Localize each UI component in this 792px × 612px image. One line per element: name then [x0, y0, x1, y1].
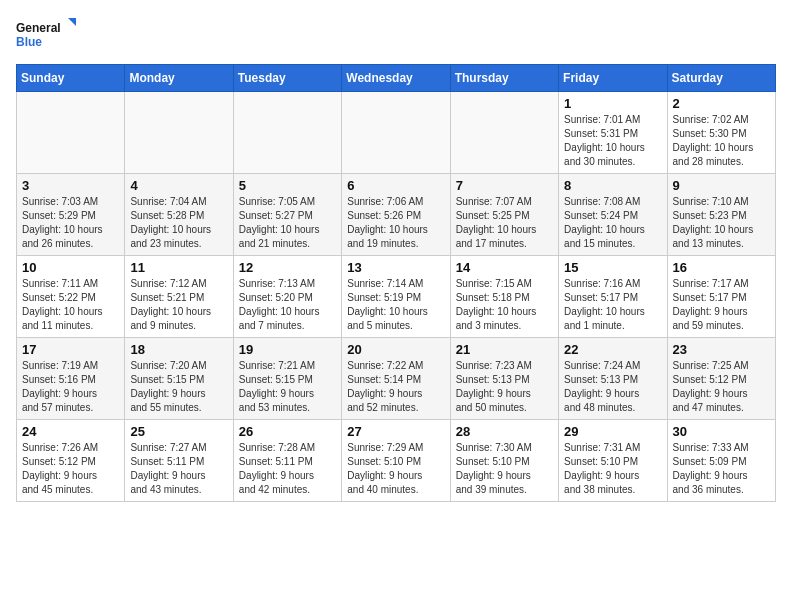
day-info: Sunrise: 7:14 AM Sunset: 5:19 PM Dayligh…: [347, 277, 444, 333]
day-info: Sunrise: 7:05 AM Sunset: 5:27 PM Dayligh…: [239, 195, 336, 251]
day-number: 10: [22, 260, 119, 275]
day-info: Sunrise: 7:23 AM Sunset: 5:13 PM Dayligh…: [456, 359, 553, 415]
day-info: Sunrise: 7:11 AM Sunset: 5:22 PM Dayligh…: [22, 277, 119, 333]
calendar-cell: 30Sunrise: 7:33 AM Sunset: 5:09 PM Dayli…: [667, 420, 775, 502]
day-info: Sunrise: 7:33 AM Sunset: 5:09 PM Dayligh…: [673, 441, 770, 497]
calendar-day-header: Saturday: [667, 65, 775, 92]
day-number: 20: [347, 342, 444, 357]
day-info: Sunrise: 7:16 AM Sunset: 5:17 PM Dayligh…: [564, 277, 661, 333]
calendar-cell: 8Sunrise: 7:08 AM Sunset: 5:24 PM Daylig…: [559, 174, 667, 256]
day-info: Sunrise: 7:13 AM Sunset: 5:20 PM Dayligh…: [239, 277, 336, 333]
logo-svg: General Blue: [16, 16, 76, 56]
day-number: 28: [456, 424, 553, 439]
day-number: 17: [22, 342, 119, 357]
calendar-cell: 28Sunrise: 7:30 AM Sunset: 5:10 PM Dayli…: [450, 420, 558, 502]
calendar-week-row: 1Sunrise: 7:01 AM Sunset: 5:31 PM Daylig…: [17, 92, 776, 174]
day-number: 21: [456, 342, 553, 357]
day-info: Sunrise: 7:31 AM Sunset: 5:10 PM Dayligh…: [564, 441, 661, 497]
calendar-cell: [125, 92, 233, 174]
day-info: Sunrise: 7:07 AM Sunset: 5:25 PM Dayligh…: [456, 195, 553, 251]
day-info: Sunrise: 7:06 AM Sunset: 5:26 PM Dayligh…: [347, 195, 444, 251]
day-number: 22: [564, 342, 661, 357]
day-info: Sunrise: 7:27 AM Sunset: 5:11 PM Dayligh…: [130, 441, 227, 497]
calendar-cell: 25Sunrise: 7:27 AM Sunset: 5:11 PM Dayli…: [125, 420, 233, 502]
calendar-day-header: Monday: [125, 65, 233, 92]
day-info: Sunrise: 7:30 AM Sunset: 5:10 PM Dayligh…: [456, 441, 553, 497]
day-info: Sunrise: 7:04 AM Sunset: 5:28 PM Dayligh…: [130, 195, 227, 251]
day-info: Sunrise: 7:28 AM Sunset: 5:11 PM Dayligh…: [239, 441, 336, 497]
day-number: 5: [239, 178, 336, 193]
day-number: 24: [22, 424, 119, 439]
calendar-week-row: 3Sunrise: 7:03 AM Sunset: 5:29 PM Daylig…: [17, 174, 776, 256]
calendar-cell: [233, 92, 341, 174]
calendar-cell: 20Sunrise: 7:22 AM Sunset: 5:14 PM Dayli…: [342, 338, 450, 420]
calendar-day-header: Tuesday: [233, 65, 341, 92]
day-number: 15: [564, 260, 661, 275]
day-number: 14: [456, 260, 553, 275]
day-number: 12: [239, 260, 336, 275]
day-info: Sunrise: 7:20 AM Sunset: 5:15 PM Dayligh…: [130, 359, 227, 415]
day-info: Sunrise: 7:17 AM Sunset: 5:17 PM Dayligh…: [673, 277, 770, 333]
day-number: 16: [673, 260, 770, 275]
calendar-cell: 2Sunrise: 7:02 AM Sunset: 5:30 PM Daylig…: [667, 92, 775, 174]
calendar-day-header: Wednesday: [342, 65, 450, 92]
day-number: 9: [673, 178, 770, 193]
day-info: Sunrise: 7:08 AM Sunset: 5:24 PM Dayligh…: [564, 195, 661, 251]
calendar-cell: 22Sunrise: 7:24 AM Sunset: 5:13 PM Dayli…: [559, 338, 667, 420]
day-number: 19: [239, 342, 336, 357]
day-info: Sunrise: 7:29 AM Sunset: 5:10 PM Dayligh…: [347, 441, 444, 497]
day-number: 27: [347, 424, 444, 439]
calendar-header-row: SundayMondayTuesdayWednesdayThursdayFrid…: [17, 65, 776, 92]
day-number: 23: [673, 342, 770, 357]
day-number: 3: [22, 178, 119, 193]
calendar-cell: [450, 92, 558, 174]
svg-text:General: General: [16, 21, 61, 35]
calendar-cell: 16Sunrise: 7:17 AM Sunset: 5:17 PM Dayli…: [667, 256, 775, 338]
day-info: Sunrise: 7:15 AM Sunset: 5:18 PM Dayligh…: [456, 277, 553, 333]
svg-marker-2: [68, 18, 76, 26]
calendar-cell: 1Sunrise: 7:01 AM Sunset: 5:31 PM Daylig…: [559, 92, 667, 174]
calendar-cell: 7Sunrise: 7:07 AM Sunset: 5:25 PM Daylig…: [450, 174, 558, 256]
calendar-cell: [342, 92, 450, 174]
day-number: 6: [347, 178, 444, 193]
calendar-cell: [17, 92, 125, 174]
calendar-cell: 15Sunrise: 7:16 AM Sunset: 5:17 PM Dayli…: [559, 256, 667, 338]
day-info: Sunrise: 7:25 AM Sunset: 5:12 PM Dayligh…: [673, 359, 770, 415]
calendar-cell: 14Sunrise: 7:15 AM Sunset: 5:18 PM Dayli…: [450, 256, 558, 338]
day-info: Sunrise: 7:21 AM Sunset: 5:15 PM Dayligh…: [239, 359, 336, 415]
day-info: Sunrise: 7:26 AM Sunset: 5:12 PM Dayligh…: [22, 441, 119, 497]
day-number: 25: [130, 424, 227, 439]
page-header: General Blue: [16, 16, 776, 56]
calendar-cell: 13Sunrise: 7:14 AM Sunset: 5:19 PM Dayli…: [342, 256, 450, 338]
day-number: 8: [564, 178, 661, 193]
day-info: Sunrise: 7:02 AM Sunset: 5:30 PM Dayligh…: [673, 113, 770, 169]
day-number: 30: [673, 424, 770, 439]
calendar-cell: 10Sunrise: 7:11 AM Sunset: 5:22 PM Dayli…: [17, 256, 125, 338]
day-info: Sunrise: 7:19 AM Sunset: 5:16 PM Dayligh…: [22, 359, 119, 415]
day-number: 4: [130, 178, 227, 193]
day-number: 26: [239, 424, 336, 439]
day-info: Sunrise: 7:22 AM Sunset: 5:14 PM Dayligh…: [347, 359, 444, 415]
calendar-day-header: Sunday: [17, 65, 125, 92]
day-info: Sunrise: 7:01 AM Sunset: 5:31 PM Dayligh…: [564, 113, 661, 169]
calendar-cell: 3Sunrise: 7:03 AM Sunset: 5:29 PM Daylig…: [17, 174, 125, 256]
day-number: 2: [673, 96, 770, 111]
day-number: 1: [564, 96, 661, 111]
calendar-cell: 17Sunrise: 7:19 AM Sunset: 5:16 PM Dayli…: [17, 338, 125, 420]
day-info: Sunrise: 7:03 AM Sunset: 5:29 PM Dayligh…: [22, 195, 119, 251]
calendar-cell: 24Sunrise: 7:26 AM Sunset: 5:12 PM Dayli…: [17, 420, 125, 502]
calendar-cell: 27Sunrise: 7:29 AM Sunset: 5:10 PM Dayli…: [342, 420, 450, 502]
calendar-cell: 19Sunrise: 7:21 AM Sunset: 5:15 PM Dayli…: [233, 338, 341, 420]
calendar-day-header: Friday: [559, 65, 667, 92]
calendar-cell: 12Sunrise: 7:13 AM Sunset: 5:20 PM Dayli…: [233, 256, 341, 338]
calendar-cell: 5Sunrise: 7:05 AM Sunset: 5:27 PM Daylig…: [233, 174, 341, 256]
calendar-cell: 29Sunrise: 7:31 AM Sunset: 5:10 PM Dayli…: [559, 420, 667, 502]
day-number: 11: [130, 260, 227, 275]
calendar-cell: 21Sunrise: 7:23 AM Sunset: 5:13 PM Dayli…: [450, 338, 558, 420]
day-info: Sunrise: 7:12 AM Sunset: 5:21 PM Dayligh…: [130, 277, 227, 333]
logo: General Blue: [16, 16, 76, 56]
calendar-cell: 18Sunrise: 7:20 AM Sunset: 5:15 PM Dayli…: [125, 338, 233, 420]
day-info: Sunrise: 7:10 AM Sunset: 5:23 PM Dayligh…: [673, 195, 770, 251]
calendar-week-row: 10Sunrise: 7:11 AM Sunset: 5:22 PM Dayli…: [17, 256, 776, 338]
day-number: 18: [130, 342, 227, 357]
